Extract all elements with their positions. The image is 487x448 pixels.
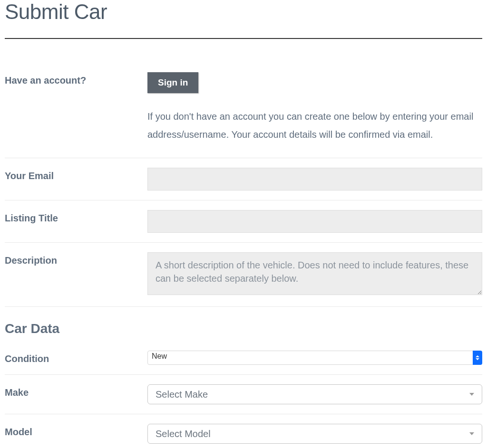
listing-title-input[interactable]: [147, 210, 482, 233]
description-textarea[interactable]: [147, 252, 482, 295]
account-label: Have an account?: [5, 72, 147, 86]
condition-label: Condition: [5, 351, 147, 364]
listing-title-label: Listing Title: [5, 210, 147, 224]
description-label: Description: [5, 252, 147, 266]
signin-button[interactable]: Sign in: [147, 72, 198, 93]
email-input[interactable]: [147, 168, 482, 191]
page-title: Submit Car: [5, 0, 482, 38]
chevron-down-icon: [469, 432, 474, 435]
chevron-down-icon: [469, 393, 474, 396]
model-label: Model: [5, 424, 147, 438]
make-select-value: Select Make: [156, 389, 208, 400]
make-label: Make: [5, 384, 147, 398]
title-divider: [5, 38, 482, 39]
email-label: Your Email: [5, 168, 147, 181]
car-data-heading: Car Data: [5, 307, 482, 341]
model-select-value: Select Model: [156, 429, 211, 439]
model-select[interactable]: Select Model: [147, 424, 482, 444]
account-help-text: If you don't have an account you can cre…: [147, 107, 482, 143]
condition-select[interactable]: New: [147, 351, 482, 365]
make-select[interactable]: Select Make: [147, 384, 482, 404]
